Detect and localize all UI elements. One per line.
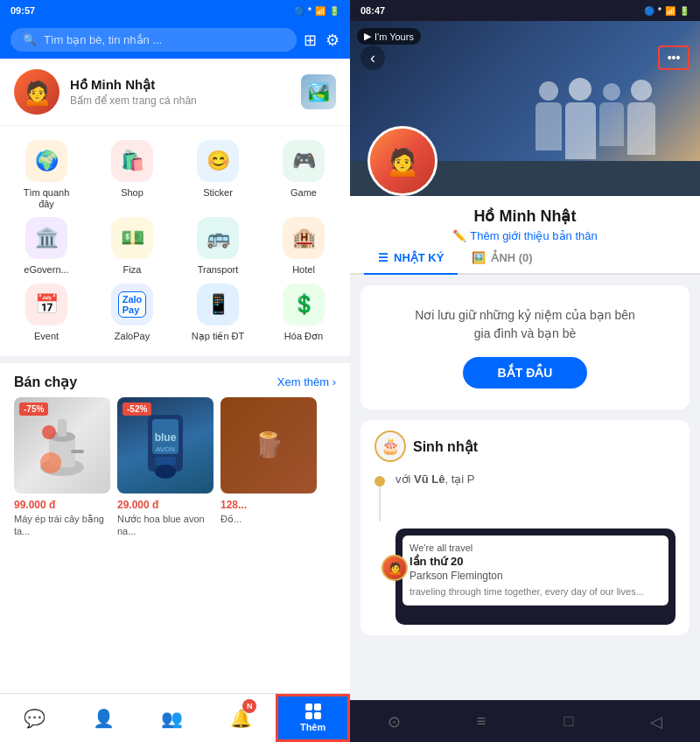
contacts-icon: 👤 [93,708,115,729]
search-icon-left: 🔍 [23,33,37,46]
left-panel: 09:57 🔵*📶🔋 🔍 Tìm bạn bè, tin nhắn ... ⊞ … [0,0,350,742]
product-name-3: Đồ... [220,513,317,525]
svg-point-5 [42,425,56,439]
profile-name-left: Hồ Minh Nhật [70,77,290,93]
svg-rect-3 [58,419,66,437]
svg-point-6 [40,452,61,473]
popup-text: traveling through time together, every d… [410,585,662,598]
product-badge-2: -52% [122,402,151,416]
status-icons-right: 🔵*📶🔋 [644,6,690,16]
section-divider [0,356,350,363]
tabs-bar: ☰ NHẬT KÝ 🖼️ ẢNH (0) [350,242,700,275]
bestseller-section: Bán chạy Xem thêm › -75% [0,363,350,693]
settings-icon[interactable]: ⚙ [326,31,340,50]
birthday-card: 🎂 Sinh nhật với Vũ Lê, tại P [360,420,690,635]
product-card-2[interactable]: -52% blue AVON 29.000 đ Nước hoa blue a [117,397,214,538]
profile-info-left: Hồ Minh Nhật Bấm để xem trang cá nhân [70,77,290,107]
right-profile-info: Hồ Minh Nhật ✏️ Thêm giới thiệu bản thân [350,196,700,242]
birthday-icon: 🎂 [374,430,406,462]
search-placeholder: Tìm bạn bè, tin nhắn ... [44,33,162,46]
nav-menu-right[interactable]: ≡ [438,712,525,731]
menu-egovern[interactable]: 🏛️ eGovern... [7,217,86,276]
qr-icon[interactable]: ⊞ [304,31,317,50]
product-card-3[interactable]: 🪵 128... Đồ... [220,397,317,538]
popup-line1: We're all travel [410,542,662,553]
profile-section[interactable]: 🙍 Hồ Minh Nhật Bấm để xem trang cá nhân … [0,59,350,126]
birthday-desc: với Vũ Lê, tại P [396,472,676,486]
photos-tab-icon: 🖼️ [472,251,486,264]
menu-sticker[interactable]: 😊 Sticker [178,140,257,210]
product-name-2: Nước hoa blue avon na... [117,513,214,538]
nav-chat[interactable]: 💬 [0,694,69,742]
diary-empty-card: Nơi lưu giữ những kỷ niệm của bạn bêngia… [360,285,690,410]
diary-tab-icon: ☰ [378,251,388,264]
nav-more-button[interactable]: Thêm [276,694,350,742]
bottom-nav-right: ⊙ ≡ □ ◁ [350,700,700,742]
product-price-2: 29.000 đ [117,499,214,511]
grid-icon [305,704,321,719]
start-button[interactable]: BẮT ĐẦU [463,357,588,388]
product-img-3: 🪵 [220,397,317,494]
more-button-right[interactable]: ••• [658,46,690,70]
home-icon-right: ⊙ [388,712,401,732]
menu-hoadon[interactable]: 💲 Hóa Đơn [264,284,343,342]
menu-fiza[interactable]: 💵 Fiza [93,217,172,276]
search-input-container[interactable]: 🔍 Tìm bạn bè, tin nhắn ... [10,28,297,52]
menu-icon-right: ≡ [477,712,486,731]
product-card-1[interactable]: -75% 99.000 đ [14,397,110,538]
svg-point-10 [155,465,176,479]
see-more-link[interactable]: Xem thêm › [277,375,336,388]
status-bar-left: 09:57 🔵*📶🔋 [0,0,350,21]
diary-empty-text: Nơi lưu giữ những kỷ niệm của bạn bêngia… [374,306,676,343]
tab-photos[interactable]: 🖼️ ẢNH (0) [458,242,546,275]
bottom-nav-left: 💬 👤 👥 🔔 N Thêm [0,693,350,742]
cover-song-badge: ▶ I'm Yours [357,28,421,45]
nav-groups[interactable]: 👥 [138,694,207,742]
bio-icon: ✏️ [452,229,466,242]
bio-text: Thêm giới thiệu bản thân [470,229,597,242]
menu-transport[interactable]: 🚌 Transport [178,217,257,276]
nav-contacts[interactable]: 👤 [69,694,138,742]
product-price-1: 99.000 đ [14,499,110,511]
nav-square-right[interactable]: □ [525,712,612,731]
back-icon-nav-right: ◁ [650,712,662,732]
profile-cover-thumb: 🏞️ [301,74,336,109]
menu-event[interactable]: 📅 Event [7,284,86,342]
profile-sub-left: Bấm để xem trang cá nhân [70,94,290,107]
nav-back-right[interactable]: ◁ [612,712,700,732]
status-icons-left: 🔵*📶🔋 [294,6,340,16]
right-panel: 08:47 🔵*📶🔋 ▶ I'm Yours [350,0,700,742]
photos-tab-label: ẢNH (0) [491,251,532,264]
chat-icon: 💬 [24,708,46,729]
tab-diary[interactable]: ☰ NHẬT KÝ [364,242,458,275]
time-right: 08:47 [360,5,385,16]
svg-rect-9 [155,457,176,466]
menu-hotel[interactable]: 🏨 Hotel [264,217,343,276]
nav-notification[interactable]: 🔔 N [206,694,276,742]
more-label: Thêm [300,722,326,732]
popup-title: lần thứ 20 [410,555,662,568]
status-bar-right: 08:47 🔵*📶🔋 [350,0,700,21]
right-profile-bio[interactable]: ✏️ Thêm giới thiệu bản thân [364,229,686,242]
time-left: 09:57 [10,5,35,16]
products-row: -75% 99.000 đ [0,397,350,538]
product-badge-1: -75% [19,402,48,416]
nav-home-right[interactable]: ⊙ [350,712,438,732]
back-button-right[interactable]: ‹ [360,46,385,70]
svg-text:blue: blue [155,431,177,444]
menu-nearby[interactable]: 🌍 Tìm quanh đây [7,140,86,210]
search-bar: 🔍 Tìm bạn bè, tin nhắn ... ⊞ ⚙ [0,21,350,59]
svg-text:AVON: AVON [156,445,175,453]
menu-grid: 🌍 Tìm quanh đây 🛍️ Shop 😊 Sticker 🎮 Game… [0,126,350,356]
diary-section: Nơi lưu giữ những kỷ niệm của bạn bêngia… [350,275,700,700]
back-icon-right: ‹ [370,49,375,67]
menu-zalopay[interactable]: ZaloPay ZaloPay [93,284,172,342]
svg-rect-4 [71,450,84,453]
menu-game[interactable]: 🎮 Game [264,140,343,210]
menu-naptien[interactable]: 📱 Nạp tiền ĐT [178,284,257,342]
menu-shop[interactable]: 🛍️ Shop [93,140,172,210]
product-name-1: Máy ép trái cây bằng ta... [14,513,110,538]
right-profile-name: Hồ Minh Nhật [364,206,686,226]
birthday-header: 🎂 Sinh nhật [360,420,690,472]
birthday-avatar: 🙍 [382,555,408,581]
